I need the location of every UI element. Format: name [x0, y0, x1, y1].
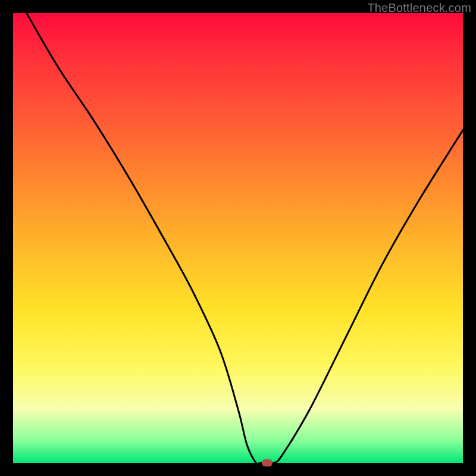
- chart-overlay: [13, 13, 463, 463]
- bottleneck-curve: [27, 13, 463, 464]
- chart-frame: TheBottleneck.com: [0, 0, 476, 476]
- optimal-point-marker: [262, 459, 273, 466]
- watermark-text: TheBottleneck.com: [367, 1, 471, 15]
